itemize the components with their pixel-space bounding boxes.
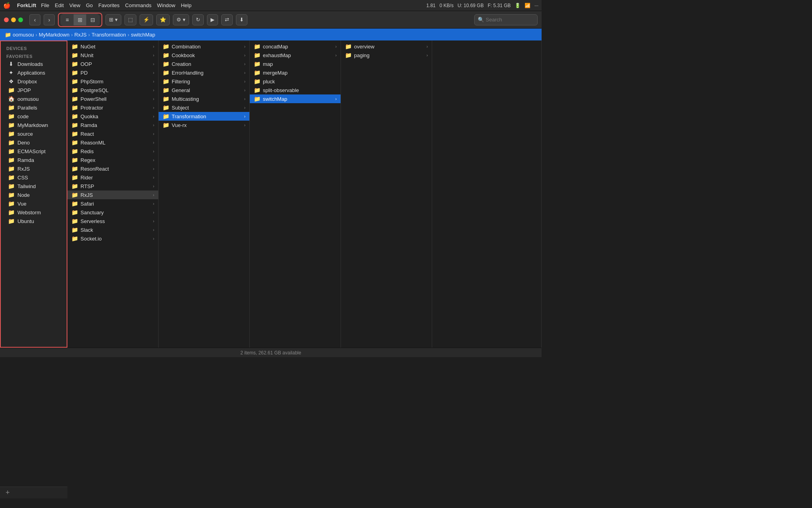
breadcrumb-transformation[interactable]: Transformation [92, 32, 126, 38]
breadcrumb-mymarkdown[interactable]: MyMarkdown [39, 32, 69, 38]
folder-redis[interactable]: 📁 Redis › [67, 147, 158, 156]
grid-view-button[interactable]: ⊞ ▾ [105, 14, 121, 25]
folder-rtsp[interactable]: 📁 RTSP › [67, 182, 158, 190]
folder-errorhandling[interactable]: 📁 ErrorHandling › [159, 68, 249, 77]
folder-rxjs[interactable]: 📁 RxJS › [67, 190, 158, 199]
folder-icon: 📁 [71, 52, 78, 58]
sidebar-item-tailwind[interactable]: 📁 Tailwind [2, 182, 65, 190]
back-button[interactable]: ‹ [29, 14, 40, 25]
folder-reasonml[interactable]: 📁 ReasonML › [67, 138, 158, 147]
search-box[interactable]: 🔍 [474, 14, 538, 25]
folder-ramda[interactable]: 📁 Ramda › [67, 121, 158, 129]
folder-phpstorm[interactable]: 📁 PhpStorm › [67, 77, 158, 86]
view-icons-button[interactable]: ⊟ [86, 14, 99, 25]
folder-slack[interactable]: 📁 Slack › [67, 225, 158, 234]
sidebar-item-source[interactable]: 📁 source [2, 129, 65, 138]
sidebar-item-code[interactable]: 📁 code [2, 112, 65, 121]
folder-nunit[interactable]: 📁 NUnit › [67, 51, 158, 60]
folder-concatmap[interactable]: 📁 concatMap › [250, 42, 341, 51]
storage-info-u: U: 10.69 GB [458, 3, 484, 8]
sidebar-item-applications[interactable]: ✦ Applications [2, 68, 65, 77]
sidebar-item-node[interactable]: 📁 Node [2, 190, 65, 199]
folder-oop[interactable]: 📁 OOP › [67, 60, 158, 68]
sidebar-item-downloads[interactable]: ⬇ Downloads [2, 60, 65, 68]
folder-protractor[interactable]: 📁 Protractor › [67, 103, 158, 112]
search-input[interactable] [486, 17, 533, 23]
sidebar-item-ubuntu[interactable]: 📁 Ubuntu [2, 217, 65, 225]
folder-sanctuary[interactable]: 📁 Sanctuary › [67, 208, 158, 217]
forward-button[interactable]: › [44, 14, 55, 25]
select-button[interactable]: ⬚ [124, 14, 136, 25]
terminal-button[interactable]: ▶ [207, 14, 218, 25]
file-column-3: 📁 concatMap › 📁 exhaustMap › 📁 map 📁 mer… [250, 40, 341, 348]
chevron-icon: › [153, 193, 154, 197]
close-button[interactable] [4, 17, 9, 22]
folder-regex[interactable]: 📁 Regex › [67, 156, 158, 164]
sync-button[interactable]: ⇄ [221, 14, 233, 25]
folder-cookbook[interactable]: 📁 Cookbook › [159, 51, 249, 60]
menu-commands[interactable]: Commands [125, 2, 151, 8]
folder-rider[interactable]: 📁 Rider › [67, 173, 158, 182]
folder-react[interactable]: 📁 React › [67, 129, 158, 138]
folder-nuget[interactable]: 📁 NuGet › [67, 42, 158, 51]
folder-subject[interactable]: 📁 Subject › [159, 103, 249, 112]
minimize-button[interactable] [11, 17, 16, 22]
folder-postgresql[interactable]: 📁 PostgreSQL › [67, 86, 158, 94]
breadcrumb-switchmap[interactable]: switchMap [131, 32, 155, 38]
sidebar-item-rxjs[interactable]: 📁 RxJS [2, 164, 65, 173]
sidebar-item-parallels[interactable]: 📁 Parallels [2, 103, 65, 112]
folder-combination[interactable]: 📁 Combination › [159, 42, 249, 51]
menu-help[interactable]: Help [181, 2, 192, 8]
sidebar-item-mymarkdown[interactable]: 📁 MyMarkdown [2, 121, 65, 129]
refresh-button[interactable]: ↻ [192, 14, 204, 25]
folder-mergemap[interactable]: 📁 mergeMap [250, 68, 341, 77]
download-button[interactable]: ⬇ [236, 14, 247, 25]
folder-powershell[interactable]: 📁 PowerShell › [67, 94, 158, 103]
folder-multicasting[interactable]: 📁 Multicasting › [159, 94, 249, 103]
folder-pluck[interactable]: 📁 pluck [250, 77, 341, 86]
folder-serverless[interactable]: 📁 Serverless › [67, 217, 158, 225]
folder-filtering[interactable]: 📁 Filtering › [159, 77, 249, 86]
folder-creation[interactable]: 📁 Creation › [159, 60, 249, 68]
folder-label: pluck [263, 79, 275, 85]
folder-socketio[interactable]: 📁 Socket.io › [67, 234, 158, 243]
menu-window[interactable]: Window [157, 2, 175, 8]
sidebar-item-webstorm[interactable]: 📁 Webstorm [2, 208, 65, 217]
folder-general[interactable]: 📁 General › [159, 86, 249, 94]
breadcrumb-rxjs[interactable]: RxJS [74, 32, 86, 38]
view-columns-button[interactable]: ⊞ [74, 14, 86, 25]
sidebar-item-ecmascript[interactable]: 📁 ECMAScript [2, 147, 65, 156]
breadcrumb-oomusou[interactable]: oomusou [13, 32, 34, 38]
folder-label: ErrorHandling [172, 70, 203, 76]
sidebar-item-deno[interactable]: 📁 Deno [2, 138, 65, 147]
sidebar-item-dropbox[interactable]: ❖ Dropbox [2, 77, 65, 86]
menu-file[interactable]: File [41, 2, 49, 8]
app-name: ForkLift [17, 2, 36, 8]
folder-vuerx[interactable]: 📁 Vue-rx › [159, 121, 249, 129]
folder-paging[interactable]: 📁 paging › [341, 51, 432, 60]
sidebar-item-jpop[interactable]: 📁 JPOP [2, 86, 65, 94]
folder-quokka[interactable]: 📁 Quokka › [67, 112, 158, 121]
flash-button[interactable]: ⚡ [140, 14, 153, 25]
folder-safari[interactable]: 📁 Safari › [67, 199, 158, 208]
folder-switchmap[interactable]: 📁 switchMap › [250, 94, 341, 103]
sidebar-item-vue[interactable]: 📁 Vue [2, 199, 65, 208]
view-list-button[interactable]: ≡ [61, 14, 74, 25]
sidebar-item-oomusou[interactable]: 🏠 oomusou [2, 94, 65, 103]
sidebar-item-css[interactable]: 📁 CSS [2, 173, 65, 182]
gear-button[interactable]: ⚙ ▾ [173, 14, 189, 25]
folder-exhaustmap[interactable]: 📁 exhaustMap › [250, 51, 341, 60]
menu-go[interactable]: Go [86, 2, 93, 8]
sidebar-item-ramda[interactable]: 📁 Ramda [2, 156, 65, 164]
favorites-button[interactable]: ⭐ [156, 14, 170, 25]
folder-resonreact[interactable]: 📁 ResonReact › [67, 164, 158, 173]
maximize-button[interactable] [18, 17, 23, 22]
folder-overview[interactable]: 📁 overview › [341, 42, 432, 51]
folder-pd[interactable]: 📁 PD › [67, 68, 158, 77]
menu-view[interactable]: View [69, 2, 80, 8]
menu-edit[interactable]: Edit [55, 2, 63, 8]
folder-transformation[interactable]: 📁 Transformation › [159, 112, 249, 121]
folder-splitobservable[interactable]: 📁 split-observable [250, 86, 341, 94]
folder-map[interactable]: 📁 map [250, 60, 341, 68]
menu-favorites[interactable]: Favorites [98, 2, 119, 8]
